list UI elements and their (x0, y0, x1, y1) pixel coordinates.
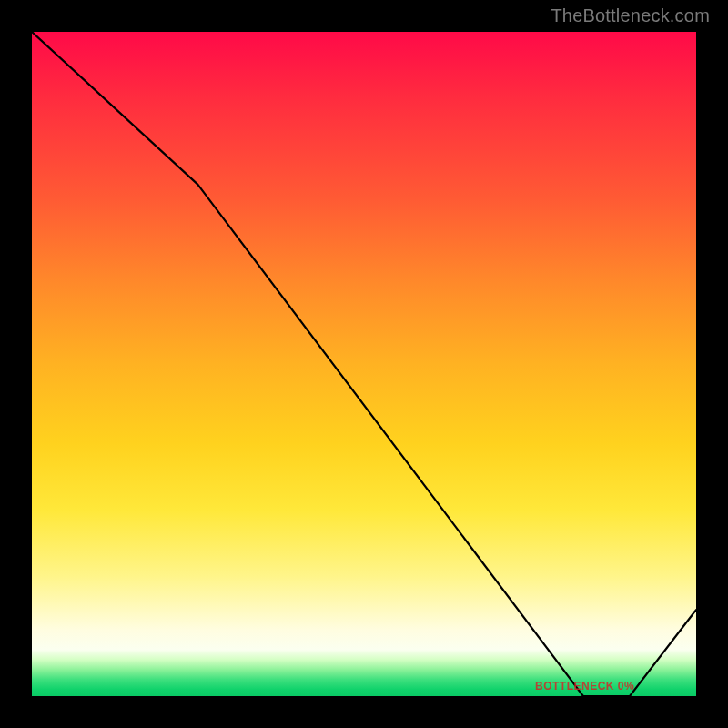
curve-path (32, 32, 696, 696)
attribution-label: TheBottleneck.com (551, 5, 710, 26)
plot-area: BOTTLENECK 0% (32, 32, 696, 696)
chart-container: TheBottleneck.com BOTTLENECK 0% (0, 0, 728, 728)
bottleneck-curve (32, 32, 696, 696)
